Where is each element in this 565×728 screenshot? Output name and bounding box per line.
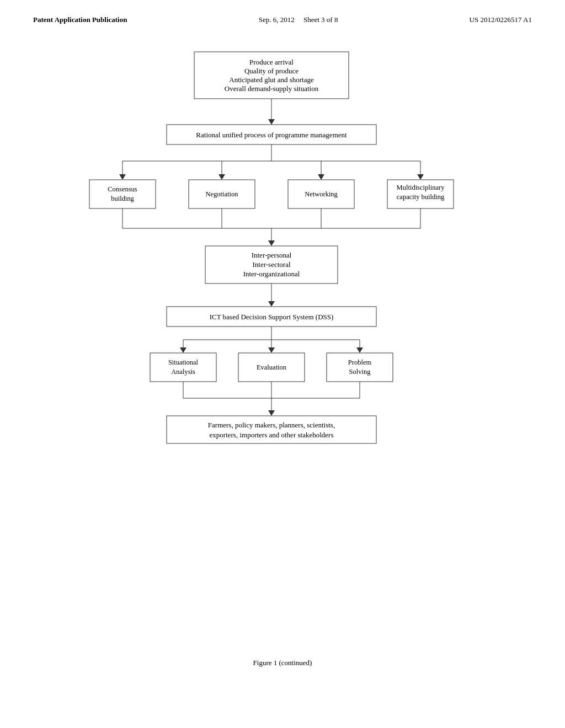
svg-marker-47 (180, 347, 186, 353)
svg-marker-51 (356, 347, 363, 353)
figure-caption: Figure 1 (continued) (0, 659, 565, 684)
svg-rect-66 (167, 416, 376, 443)
header-date: Sep. 6, 2012 (259, 15, 295, 24)
svg-text:Evaluation: Evaluation (257, 363, 287, 371)
svg-text:Problem: Problem (348, 358, 372, 366)
svg-text:Solving: Solving (349, 368, 371, 376)
svg-text:Analysis: Analysis (171, 368, 195, 376)
svg-text:Rational unified process of pr: Rational unified process of programme ma… (196, 131, 347, 139)
flowchart-diagram: Produce arrival Quality of produce Antic… (73, 41, 492, 636)
svg-rect-19 (89, 180, 156, 208)
svg-marker-49 (268, 347, 275, 353)
svg-rect-57 (327, 353, 393, 382)
svg-marker-18 (417, 174, 424, 180)
svg-text:Anticipated glut and shortage: Anticipated glut and shortage (229, 76, 314, 84)
svg-text:Negotiation: Negotiation (205, 190, 238, 198)
svg-marker-41 (268, 301, 275, 307)
svg-text:Farmers, policy makers, planne: Farmers, policy makers, planners, scient… (208, 421, 335, 429)
svg-text:Overall demand-supply situatio: Overall demand-supply situation (225, 84, 319, 93)
header-right: US 2012/0226517 A1 (470, 15, 532, 24)
svg-text:Networking: Networking (305, 190, 338, 198)
svg-text:Quality of produce: Quality of produce (244, 67, 299, 75)
svg-marker-14 (218, 174, 225, 180)
svg-text:Produce arrival: Produce arrival (249, 58, 294, 66)
svg-text:capacity building: capacity building (397, 193, 445, 201)
svg-marker-12 (119, 174, 126, 180)
svg-text:Inter-personal: Inter-personal (252, 251, 292, 259)
header-left: Patent Application Publication (33, 15, 127, 24)
svg-text:Inter-organizational: Inter-organizational (243, 270, 300, 278)
svg-text:Situational: Situational (168, 358, 199, 366)
caption-text: Figure 1 (continued) (253, 659, 312, 667)
page-header: Patent Application Publication Sep. 6, 2… (0, 0, 565, 30)
svg-text:building: building (111, 195, 134, 202)
svg-marker-16 (318, 174, 324, 180)
header-sheet: Sheet 3 of 8 (303, 15, 338, 24)
svg-text:exporters, importers and other: exporters, importers and other stakehold… (210, 431, 334, 439)
svg-marker-65 (268, 410, 275, 416)
svg-rect-52 (150, 353, 216, 382)
svg-marker-35 (268, 240, 275, 246)
svg-text:ICT based Decision Support Sys: ICT based Decision Support System (DSS) (210, 313, 334, 321)
header-center: Sep. 6, 2012 Sheet 3 of 8 (259, 15, 338, 24)
svg-text:Inter-sectoral: Inter-sectoral (252, 260, 290, 269)
svg-text:Multidisciplinary: Multidisciplinary (397, 184, 445, 191)
svg-marker-6 (268, 119, 275, 125)
svg-text:Consensus: Consensus (108, 185, 137, 193)
